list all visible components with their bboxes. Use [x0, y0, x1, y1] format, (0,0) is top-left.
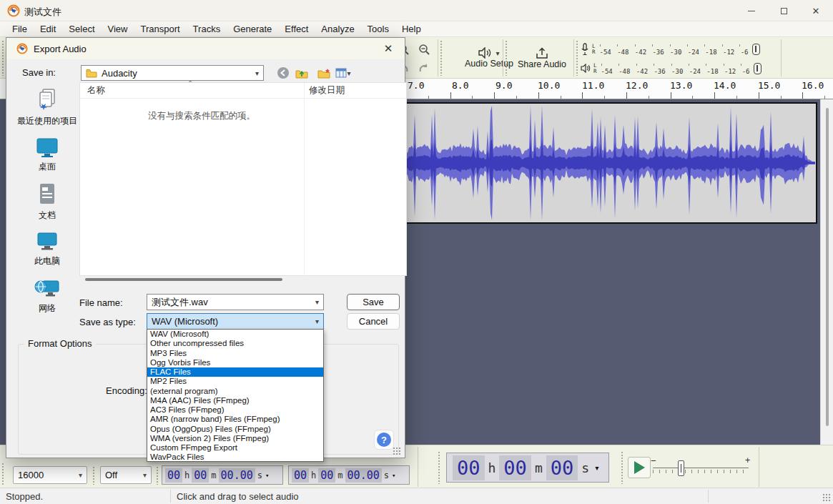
dialog-title-bar[interactable]: Export Audio ✕ [6, 38, 405, 59]
chevron-down-icon: ▾ [255, 69, 259, 77]
toolbar-grip[interactable] [505, 40, 508, 76]
redo-icon [418, 64, 430, 74]
menu-file[interactable]: File [6, 22, 34, 36]
sample-rate-select[interactable]: 16000 ▾ [13, 466, 87, 484]
close-button[interactable]: ✕ [800, 0, 832, 21]
cancel-button[interactable]: Cancel [347, 313, 400, 330]
type-option[interactable]: WavPack Files [147, 453, 323, 462]
up-one-level-button[interactable] [295, 66, 309, 80]
vertical-scrollbar[interactable] [820, 99, 833, 445]
type-option[interactable]: Opus (OggOpus) Files (FFmpeg) [147, 425, 323, 434]
play-icon [634, 461, 645, 474]
type-option[interactable]: AMR (narrow band) Files (FFmpeg) [147, 415, 323, 424]
menu-help[interactable]: Help [395, 22, 428, 36]
waveform [402, 104, 816, 222]
toolbar-grip[interactable] [92, 466, 96, 485]
chevron-down-icon[interactable]: ▾ [594, 463, 600, 473]
status-state: Stopped. [6, 491, 43, 502]
file-name-input[interactable]: 测试文件.wav ▾ [147, 294, 324, 310]
menu-view[interactable]: View [102, 22, 134, 36]
menu-select[interactable]: Select [62, 22, 101, 36]
toolbar-grip[interactable] [440, 40, 443, 76]
redo-button[interactable] [415, 59, 433, 78]
type-option[interactable]: Custom FFmpeg Export [147, 443, 323, 453]
toolbar-grip[interactable] [156, 466, 159, 485]
file-list[interactable]: 名称 ˆ 修改日期 没有与搜索条件匹配的项。 [79, 82, 407, 276]
view-menu-button[interactable]: ▾ [333, 66, 353, 80]
selection-end-time[interactable]: 00 h 00 m 00.00 s ▾ [288, 465, 410, 485]
type-option[interactable]: Ogg Vorbis Files [147, 358, 323, 367]
menu-generate[interactable]: Generate [227, 22, 278, 36]
type-option[interactable]: MP2 Files [147, 377, 323, 386]
toolbar-grip[interactable] [621, 451, 624, 484]
dialog-close-button[interactable]: ✕ [376, 38, 400, 59]
type-option[interactable]: WAV (Microsoft) [147, 330, 323, 339]
folder-up-icon [295, 68, 309, 79]
timeline-tick-marks [406, 92, 833, 99]
type-option[interactable]: M4A (AAC) Files (FFmpeg) [147, 396, 323, 405]
place-network[interactable]: 网络 [34, 277, 60, 315]
documents-icon [36, 182, 58, 207]
menu-edit[interactable]: Edit [34, 22, 62, 36]
save-in-select[interactable]: Audacity ▾ [81, 65, 264, 81]
cancel-button-label: Cancel [359, 316, 388, 327]
time-digit: 00 [546, 455, 578, 480]
menu-transport[interactable]: Transport [134, 22, 186, 36]
type-option-selected[interactable]: FLAC Files [147, 367, 323, 377]
place-desktop[interactable]: 桌面 [35, 137, 59, 173]
selection-start-time[interactable]: 00 h 00 m 00.00 s ▾ [162, 465, 283, 485]
share-audio-button[interactable]: Share Audio [511, 39, 573, 76]
save-as-type-select[interactable]: WAV (Microsoft) ▾ [147, 313, 324, 330]
place-this-pc[interactable]: 此电脑 [34, 231, 60, 267]
chevron-down-icon: ▾ [315, 317, 319, 325]
minimize-button[interactable] [736, 0, 767, 21]
horizontal-scrollbar-thumb[interactable] [85, 278, 282, 281]
type-option[interactable]: Other uncompressed files [147, 339, 323, 348]
meter-slider-handle[interactable] [754, 63, 761, 74]
type-option[interactable]: MP3 Files [147, 349, 323, 358]
toolbar-grip[interactable] [438, 451, 441, 484]
audio-position-time[interactable]: 00 h 00 m 00 s ▾ [446, 453, 609, 483]
help-button[interactable]: ? [374, 430, 394, 450]
timeline-tick-label: 10.0 [538, 80, 560, 91]
speed-slider-thumb[interactable] [678, 460, 684, 476]
toolbar-grip[interactable] [1, 463, 5, 485]
timeline-tick-label: 7.0 [408, 80, 424, 91]
snap-select[interactable]: Off ▾ [100, 466, 152, 484]
chevron-down-icon[interactable]: ▾ [392, 472, 395, 479]
type-option[interactable]: WMA (version 2) Files (FFmpeg) [147, 434, 323, 443]
column-date-modified[interactable]: 修改日期 [309, 84, 345, 97]
toolbar-separator [781, 39, 782, 76]
menu-tracks[interactable]: Tracks [187, 22, 227, 36]
window-resize-grip[interactable] [822, 493, 832, 503]
speaker-icon [581, 64, 591, 73]
toolbar-grip[interactable] [1, 40, 5, 76]
dialog-resize-grip[interactable] [393, 447, 402, 456]
playback-meter[interactable]: L R -54 -48 -42 -36 -30 -24 -18 -12 -6 [581, 59, 775, 77]
chevron-down-icon: ▾ [315, 298, 319, 306]
play-at-speed-button[interactable] [628, 457, 651, 478]
toolbar-grip[interactable] [576, 40, 579, 76]
speed-slider-track[interactable] [653, 468, 749, 468]
new-folder-button[interactable] [317, 66, 331, 80]
menu-analyze[interactable]: Analyze [315, 22, 360, 36]
place-recent[interactable]: 最近使用的项目 [17, 88, 77, 127]
save-as-type-dropdown: WAV (Microsoft) Other uncompressed files… [147, 329, 324, 462]
save-button[interactable]: Save [347, 294, 400, 310]
place-documents[interactable]: 文档 [36, 182, 58, 222]
recording-meter[interactable]: L R -54 -48 -42 -36 -30 -24 -18 -12 -6 [581, 40, 775, 58]
menu-tools[interactable]: Tools [361, 22, 395, 36]
audio-track[interactable] [400, 102, 817, 224]
zoom-out-button[interactable] [415, 40, 433, 59]
menu-effect[interactable]: Effect [278, 22, 315, 36]
time-unit: h [310, 470, 317, 480]
type-option[interactable]: (external program) [147, 387, 323, 396]
chevron-down-icon[interactable]: ▾ [265, 472, 269, 479]
back-button[interactable] [276, 66, 290, 80]
vertical-scrollbar-thumb[interactable] [826, 108, 829, 426]
maximize-button[interactable] [768, 0, 799, 21]
meter-slider-handle[interactable] [752, 44, 760, 55]
meter-tick: -42 [635, 49, 646, 56]
column-name[interactable]: 名称 [87, 84, 105, 97]
type-option[interactable]: AC3 Files (FFmpeg) [147, 405, 323, 415]
